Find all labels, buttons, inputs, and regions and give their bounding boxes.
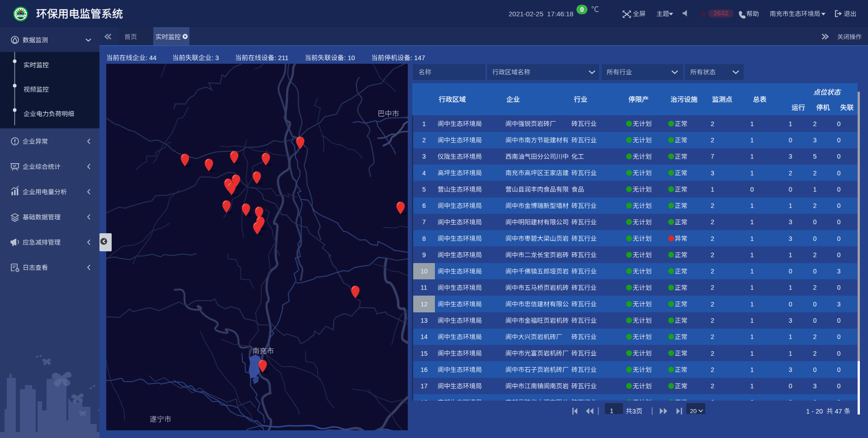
svg-text:2: 2 [711,235,714,242]
svg-text:11: 11 [420,284,427,291]
svg-text:7: 7 [422,218,426,226]
svg-text:0: 0 [837,202,841,209]
svg-text:1: 1 [750,382,754,390]
svg-text:0: 0 [813,301,817,308]
svg-text:3: 3 [422,153,426,160]
svg-text:2: 2 [711,317,714,324]
svg-text:3: 3 [789,153,793,160]
svg-text:8: 8 [422,235,426,242]
svg-text:0: 0 [750,186,754,193]
svg-text:9: 9 [422,251,426,259]
svg-text:0: 0 [837,399,841,406]
svg-text:2: 2 [813,120,817,127]
svg-text:3: 3 [789,317,793,324]
svg-text:2: 2 [711,366,714,373]
svg-text:16: 16 [420,366,428,373]
svg-text:2: 2 [711,251,714,259]
svg-text:0: 0 [789,186,793,193]
svg-text:0: 0 [813,366,817,373]
svg-text:0: 0 [837,153,841,160]
svg-text:0: 0 [837,251,841,259]
svg-text:2: 2 [711,284,714,291]
svg-text:0: 0 [837,120,841,127]
svg-text:1: 1 [789,284,793,291]
svg-text:0: 0 [580,6,584,13]
svg-text:: 44: : 44 [146,54,156,61]
svg-text:1: 1 [750,202,754,209]
svg-text:2: 2 [813,284,817,291]
svg-text:1: 1 [750,137,754,144]
svg-text:2: 2 [813,251,817,259]
svg-text:0: 0 [789,399,793,406]
svg-text:1: 1 [750,251,754,259]
svg-text:3: 3 [837,301,841,308]
svg-text:1: 1 [750,268,754,275]
svg-text:18: 18 [420,399,428,406]
svg-text:1: 1 [750,301,754,308]
svg-text:0: 0 [750,399,754,406]
svg-text:12: 12 [420,301,428,308]
svg-text:0: 0 [837,137,841,144]
svg-text:6: 6 [711,399,714,406]
svg-text:: 147: : 147 [410,54,425,61]
svg-text:1: 1 [750,366,754,373]
svg-text:2: 2 [711,301,714,308]
svg-text:1: 1 [789,251,793,259]
svg-text:3: 3 [711,170,714,177]
svg-text:1: 1 [610,407,613,414]
svg-text:1: 1 [789,202,793,209]
svg-text:3: 3 [813,137,817,144]
svg-text:0: 0 [837,235,841,242]
svg-text:10: 10 [420,268,428,275]
svg-text:1: 1 [750,153,754,160]
svg-text:17: 17 [420,382,428,390]
svg-text:0: 0 [813,317,817,324]
svg-text:2: 2 [711,382,714,390]
svg-text:0: 0 [813,268,817,275]
svg-text:2: 2 [813,350,817,357]
svg-text:3: 3 [789,218,793,226]
svg-text:15: 15 [420,350,428,357]
svg-text:0: 0 [837,366,841,373]
svg-text:2: 2 [813,170,817,177]
svg-text:2632: 2632 [713,9,728,17]
svg-text:0: 0 [837,186,841,193]
svg-text:0: 0 [837,284,841,291]
svg-text:0: 0 [813,218,817,226]
svg-text:1: 1 [750,350,754,357]
svg-text:2021-02-25 17:46:18: 2021-02-25 17:46:18 [509,10,573,18]
svg-text:1 - 20: 1 - 20 [806,408,823,415]
svg-text:2: 2 [789,170,793,177]
svg-text:2: 2 [711,120,714,127]
svg-text:: 211: : 211 [274,54,288,61]
svg-text:2: 2 [711,218,714,226]
svg-text:0: 0 [789,137,793,144]
svg-text:2: 2 [813,202,817,209]
svg-text:14: 14 [420,333,428,340]
svg-text:2: 2 [711,268,714,275]
svg-text:1: 1 [750,317,754,324]
svg-text:: 3: : 3 [212,54,219,61]
svg-text:1: 1 [789,350,793,357]
svg-text:0: 0 [837,218,841,226]
svg-text:3: 3 [632,408,636,415]
svg-text:: 10: : 10 [344,54,355,61]
svg-text:1: 1 [750,170,754,177]
svg-text:13: 13 [420,317,428,324]
svg-text:1: 1 [813,186,817,193]
svg-text:20: 20 [690,408,697,414]
svg-text:1: 1 [422,120,426,127]
svg-text:2: 2 [711,333,714,340]
svg-text:3: 3 [789,235,793,242]
svg-text:5: 5 [422,186,426,193]
svg-text:47: 47 [833,408,844,415]
svg-text:6: 6 [813,399,817,406]
svg-text:1: 1 [789,333,793,340]
svg-text:1: 1 [750,120,754,127]
svg-text:1: 1 [750,333,754,340]
svg-text:0: 0 [813,235,817,242]
svg-text:0: 0 [789,268,793,275]
svg-text:0: 0 [837,317,841,324]
svg-text:5: 5 [813,153,817,160]
svg-text:1: 1 [750,218,754,226]
